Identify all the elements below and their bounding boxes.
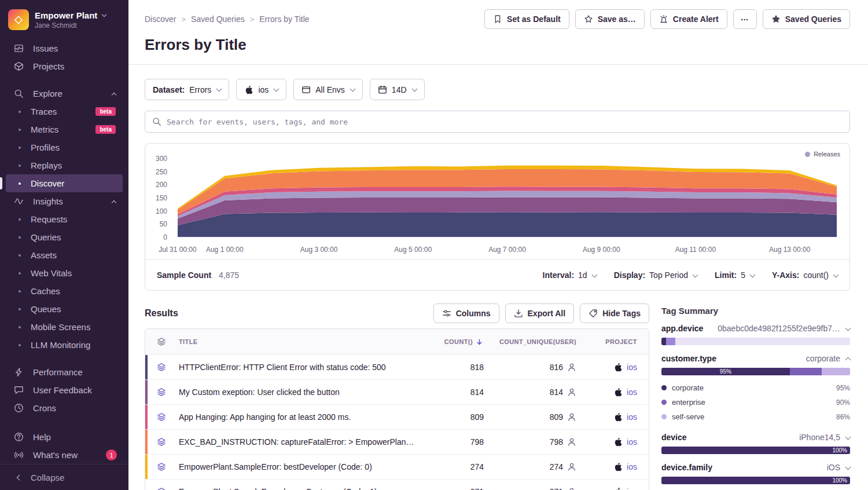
chevron-down-icon bbox=[845, 464, 851, 470]
limit-control[interactable]: Limit:5 bbox=[715, 270, 755, 280]
y-axis-label: 200 bbox=[156, 181, 167, 189]
layers-icon bbox=[157, 363, 166, 372]
sidebar-item-help[interactable]: Help bbox=[6, 428, 123, 446]
column-header-count-unique[interactable]: COUNT_UNIQUE(USER) bbox=[484, 338, 576, 345]
sidebar-item-caches[interactable]: Caches bbox=[6, 282, 123, 300]
tag-legend-item[interactable]: corporate95% bbox=[661, 381, 850, 395]
table-row[interactable]: EXC_BAD_INSTRUCTION: captureFatalError: … bbox=[145, 429, 649, 454]
stack-icon-cell[interactable] bbox=[145, 363, 178, 372]
sidebar-item-assets[interactable]: Assets bbox=[6, 246, 123, 264]
project-link[interactable]: ios bbox=[627, 437, 637, 447]
project-link[interactable]: ios bbox=[627, 387, 637, 397]
user-name: Jane Schmidt bbox=[35, 21, 106, 30]
sidebar-item-queues[interactable]: Queues bbox=[6, 300, 123, 318]
project-filter[interactable]: ios bbox=[236, 79, 286, 100]
search-input[interactable] bbox=[167, 118, 843, 126]
search-bar[interactable] bbox=[145, 111, 850, 133]
chevron-down-icon bbox=[833, 272, 839, 277]
sidebar-item-what-s-new[interactable]: What's new1 bbox=[6, 446, 123, 464]
table-row[interactable]: My Custom exeption: User clicked the but… bbox=[145, 379, 649, 404]
column-header-title[interactable]: TITLE bbox=[178, 338, 414, 345]
breadcrumb-item[interactable]: Discover bbox=[145, 14, 176, 24]
bar-percentage-label: 100% bbox=[832, 447, 847, 454]
breadcrumb-item[interactable]: Saved Queries bbox=[191, 14, 245, 24]
legend-dot-icon bbox=[661, 414, 667, 419]
sidebar-item-replays[interactable]: Replays bbox=[6, 156, 123, 174]
tag-bar-segment[interactable] bbox=[661, 338, 666, 345]
x-axis-label: Aug 3 00:00 bbox=[300, 246, 338, 254]
tag-header[interactable]: customer.typecorporate bbox=[661, 354, 850, 363]
table-row[interactable]: HTTPClientError: HTTP Client Error with … bbox=[145, 354, 649, 379]
sidebar-section-insights[interactable]: Insights bbox=[6, 192, 123, 210]
stacked-area-chart[interactable] bbox=[178, 159, 837, 237]
tag-header[interactable]: device.familyiOS bbox=[661, 463, 850, 472]
tag-header[interactable]: app.device0baebc0de4982f1255f2e9e9fb7… bbox=[661, 324, 850, 333]
sidebar-item-label: Help bbox=[33, 432, 51, 442]
breadcrumb-item[interactable]: Errors by Title bbox=[259, 14, 309, 24]
sidebar-item-llm-monitoring[interactable]: LLM Monitoring bbox=[6, 336, 123, 354]
table-row[interactable]: EmpowerPlant.SampleError: happyCustomer … bbox=[145, 479, 649, 490]
sidebar-item-queries[interactable]: Queries bbox=[6, 228, 123, 246]
project-link[interactable]: ios bbox=[627, 363, 637, 372]
sidebar-item-projects[interactable]: Projects bbox=[6, 57, 123, 75]
tag-bar-segment[interactable] bbox=[790, 368, 822, 375]
dataset-filter[interactable]: Dataset:Errors bbox=[145, 79, 229, 100]
hide-tags-button[interactable]: Hide Tags bbox=[580, 303, 649, 323]
project-link[interactable]: ios bbox=[627, 412, 637, 422]
sidebar-item-issues[interactable]: Issues bbox=[6, 39, 123, 57]
set-as-default-button[interactable]: Set as Default bbox=[484, 9, 569, 29]
sidebar-item-metrics[interactable]: Metricsbeta bbox=[6, 120, 123, 138]
stack-icon-cell[interactable] bbox=[145, 437, 178, 447]
table-row[interactable]: App Hanging: App hanging for at least 20… bbox=[145, 404, 649, 429]
columns-button[interactable]: Columns bbox=[433, 303, 499, 323]
stack-icon-cell[interactable] bbox=[145, 387, 178, 397]
display-control[interactable]: Display:Top Period bbox=[614, 270, 697, 280]
export-all-button[interactable]: Export All bbox=[505, 303, 575, 323]
count-value: 271 bbox=[414, 487, 484, 490]
table-row[interactable]: EmpowerPlant.SampleError: bestDeveloper … bbox=[145, 454, 649, 479]
create-alert-button[interactable]: Create Alert bbox=[650, 9, 727, 29]
project-link[interactable]: ios bbox=[627, 462, 637, 471]
save-as-button[interactable]: Save as… bbox=[575, 9, 645, 29]
tag-bar-segment[interactable] bbox=[675, 338, 850, 345]
count-unique-value: 271 bbox=[484, 487, 576, 490]
tag-bar-segment[interactable]: 95% bbox=[661, 368, 790, 375]
column-header-project[interactable]: PROJECT bbox=[576, 338, 637, 345]
sidebar-section-explore[interactable]: Explore bbox=[6, 85, 123, 103]
date-filter[interactable]: 14D bbox=[370, 79, 425, 100]
tag-header[interactable]: deviceiPhone14,5 bbox=[661, 433, 850, 442]
sidebar-item-discover[interactable]: Discover bbox=[6, 174, 123, 192]
tag-bar-segment[interactable] bbox=[822, 368, 850, 375]
stack-icon-cell[interactable] bbox=[145, 487, 178, 490]
environment-filter[interactable]: All Envs bbox=[293, 79, 363, 100]
interval-control[interactable]: Interval:1d bbox=[543, 270, 597, 280]
y-axis-control[interactable]: Y-Axis:count() bbox=[772, 270, 838, 280]
tag-legend-item[interactable]: self-serve86% bbox=[661, 409, 850, 424]
sidebar-item-crons[interactable]: Crons bbox=[6, 399, 123, 417]
plot-area[interactable] bbox=[178, 159, 837, 237]
chart-legend[interactable]: Releases bbox=[805, 151, 840, 158]
tag-bar-segment[interactable]: 100% bbox=[661, 477, 850, 484]
sidebar-item-performance[interactable]: Performance bbox=[6, 363, 123, 381]
sidebar-item-requests[interactable]: Requests bbox=[6, 210, 123, 228]
saved-queries-button[interactable]: Saved Queries bbox=[763, 9, 850, 29]
search-icon bbox=[152, 117, 161, 126]
sidebar-item-profiles[interactable]: Profiles bbox=[6, 138, 123, 156]
sidebar-item-web-vitals[interactable]: Web Vitals bbox=[6, 264, 123, 282]
tag-legend-item[interactable]: enterprise90% bbox=[661, 395, 850, 409]
sidebar-item-mobile-screens[interactable]: Mobile Screens bbox=[6, 318, 123, 336]
project-link[interactable]: ios bbox=[627, 487, 637, 490]
bullet-icon bbox=[19, 326, 21, 328]
column-header-count[interactable]: COUNT() bbox=[414, 337, 484, 346]
sidebar-item-user-feedback[interactable]: User Feedback bbox=[6, 381, 123, 399]
org-switcher[interactable]: Empower Plant Jane Schmidt bbox=[0, 8, 128, 38]
stack-icon-cell[interactable] bbox=[145, 412, 178, 422]
sidebar-item-traces[interactable]: Tracesbeta bbox=[6, 103, 123, 120]
stack-icon-cell[interactable] bbox=[145, 462, 178, 471]
tag-bar-segment[interactable]: 100% bbox=[661, 447, 850, 454]
more-options-button[interactable]: ⋯ bbox=[733, 9, 757, 29]
sidebar-collapse-button[interactable]: Collapse bbox=[0, 464, 128, 490]
tag-bar-segment[interactable] bbox=[666, 338, 675, 345]
table-header-row: TITLECOUNT()COUNT_UNIQUE(USER)PROJECT bbox=[145, 329, 649, 354]
chevron-down-icon bbox=[845, 434, 851, 440]
